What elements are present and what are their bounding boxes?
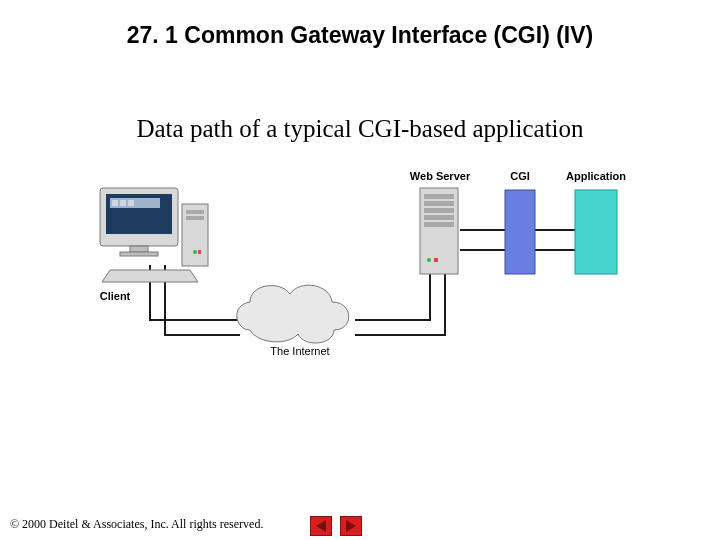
client-computer-icon [100,188,208,282]
internet-cloud-icon [237,285,349,343]
slide: 27. 1 Common Gateway Interface (CGI) (IV… [0,0,720,540]
svg-marker-13 [102,270,198,282]
label-internet: The Internet [255,345,345,357]
svg-rect-4 [120,200,126,206]
svg-rect-5 [128,200,134,206]
label-application: Application [560,170,632,182]
diagram-svg [80,170,640,410]
next-button[interactable] [340,516,362,536]
svg-point-20 [427,258,431,262]
svg-rect-10 [186,216,204,220]
slide-title: 27. 1 Common Gateway Interface (CGI) (IV… [0,22,720,49]
svg-rect-12 [198,250,201,254]
label-cgi: CGI [500,170,540,182]
label-web-server: Web Server [405,170,475,182]
svg-rect-16 [424,201,454,206]
svg-rect-7 [120,252,158,256]
svg-point-11 [193,250,197,254]
svg-rect-21 [434,258,438,262]
label-client: Client [90,290,140,302]
copyright-footer: © 2000 Deitel & Associates, Inc. All rig… [10,517,263,532]
svg-rect-19 [424,222,454,227]
application-block-icon [575,190,617,274]
svg-rect-17 [424,208,454,213]
diagram: Client Web Server CGI Application The In… [80,170,640,410]
svg-rect-18 [424,215,454,220]
svg-rect-9 [186,210,204,214]
svg-rect-14 [420,188,458,274]
svg-rect-15 [424,194,454,199]
cgi-block-icon [505,190,535,274]
nav-controls [310,516,362,536]
prev-button[interactable] [310,516,332,536]
svg-rect-6 [130,246,148,252]
web-server-icon [420,188,458,274]
svg-rect-3 [112,200,118,206]
slide-subtitle: Data path of a typical CGI-based applica… [0,115,720,143]
